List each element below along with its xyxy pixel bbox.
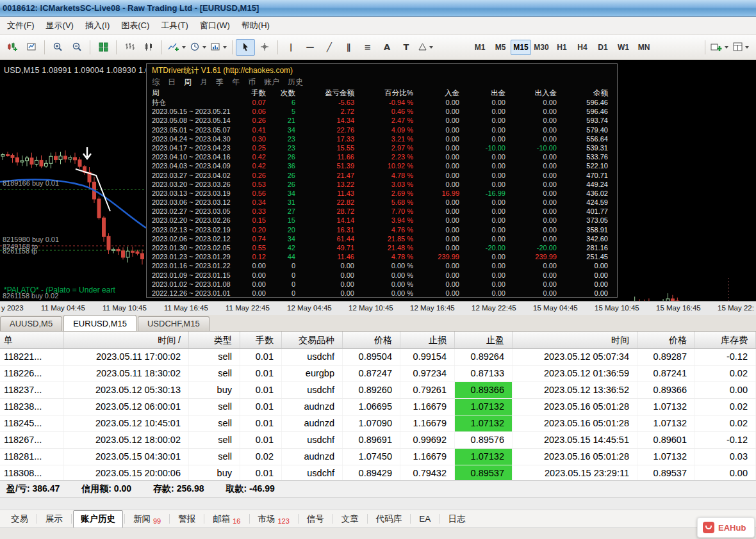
terminal-tab-4[interactable]: 警报 — [171, 511, 202, 527]
channel-button[interactable]: ∥ — [339, 39, 358, 56]
horizontal-line-button[interactable]: — — [300, 39, 320, 56]
history-cell-order: 118267... — [0, 432, 64, 448]
menu-item-5[interactable]: 窗口(W) — [194, 17, 236, 34]
history-col-header[interactable]: 价格 — [343, 332, 400, 348]
timeframe-h1[interactable]: H1 — [552, 40, 572, 55]
menu-item-6[interactable]: 帮助(H) — [236, 17, 275, 34]
title-bar[interactable]: 0018612: ICMarketsSC-Live08 - Raw Tradin… — [0, 0, 756, 17]
menu-item-1[interactable]: 显示(V) — [40, 17, 79, 34]
mtdriver-tab-4[interactable]: 季 — [216, 77, 224, 88]
history-row[interactable]: 118238...2023.05.12 06:00:01sell0.01audn… — [0, 399, 756, 415]
history-col-header[interactable]: 止损 — [400, 332, 455, 348]
chart-tab-0[interactable]: AUUSD,M5 — [0, 316, 62, 331]
mtdriver-cell: 470.71 — [566, 171, 617, 180]
mtdriver-tab-1[interactable]: 日 — [168, 77, 176, 88]
history-col-header[interactable]: 交易品种 — [282, 332, 343, 348]
mtdriver-cell: 2023.01.30 ~ 2023.02.05 — [147, 243, 243, 252]
history-row[interactable]: 118245...2023.05.12 10:45:01sell0.01audn… — [0, 415, 756, 432]
terminal-tab-7[interactable]: 信号 — [300, 511, 331, 527]
history-col-header[interactable]: 库存费 — [695, 332, 756, 348]
mtdriver-cell: 34 — [275, 189, 304, 198]
terminal-tab-8[interactable]: 文章 — [334, 511, 366, 527]
tile-windows-button[interactable] — [94, 39, 113, 56]
vertical-line-button[interactable]: | — [281, 39, 300, 56]
history-col-header[interactable]: 单 — [0, 332, 64, 348]
mtdriver-cell: 14.14 — [304, 216, 363, 225]
terminal-tab-2[interactable]: 账户历史 — [73, 510, 123, 528]
text-button[interactable]: A — [377, 39, 397, 56]
profiles-button[interactable] — [22, 39, 41, 56]
candlestick-chart-button[interactable] — [139, 39, 158, 56]
label-button[interactable]: T — [397, 39, 416, 56]
timeframe-m5[interactable]: M5 — [490, 40, 511, 55]
terminal-tab-11[interactable]: 日志 — [441, 511, 472, 527]
menu-item-0[interactable]: 文件(F) — [1, 17, 40, 34]
timeframe-d1[interactable]: D1 — [593, 40, 613, 55]
terminal-tab-6[interactable]: 市场123 — [251, 511, 297, 527]
history-col-header[interactable]: 时间 / — [64, 332, 189, 348]
time-axis[interactable]: y 202311 May 04:4511 May 10:4511 May 16:… — [0, 301, 756, 316]
chart-tab-2[interactable]: USDCHF,M15 — [138, 316, 210, 331]
eahub-card[interactable]: EAHub — [697, 517, 755, 538]
window-arrange-button[interactable] — [730, 39, 751, 56]
zoom-out-button[interactable] — [67, 39, 86, 56]
mtdriver-tab-7[interactable]: 账户 — [264, 77, 279, 88]
mtdriver-cell: 0.00 — [468, 134, 514, 143]
cursor-button[interactable] — [236, 39, 255, 56]
new-window-button[interactable] — [709, 39, 730, 56]
history-row[interactable]: 118281...2023.05.15 04:30:01sell0.02audn… — [0, 449, 756, 465]
menu-item-2[interactable]: 插入(I) — [79, 17, 115, 34]
history-col-header[interactable]: 止盈 — [455, 332, 513, 348]
terminal-tab-10[interactable]: EA — [412, 511, 438, 526]
mtdriver-tab-2[interactable]: 周 — [184, 77, 192, 88]
history-col-header[interactable]: 价格 — [637, 332, 695, 348]
timeframe-m30[interactable]: M30 — [531, 40, 552, 55]
timeframe-mn[interactable]: MN — [634, 40, 654, 55]
account-history-panel: 单时间 /类型手数交易品种价格止损止盈时间价格库存费 118221...2023… — [0, 332, 756, 480]
periods-button[interactable] — [188, 39, 208, 56]
chart-area[interactable]: USD,M15 1.08991 1.09004 1.08930 1.0 8189… — [0, 60, 756, 301]
mtdriver-panel[interactable]: MTDriver统计 V1.61 (http://chaokes.com) 综日… — [146, 63, 618, 298]
history-row[interactable]: 118221...2023.05.11 17:00:02sell0.01usdc… — [0, 349, 756, 366]
terminal-tab-0[interactable]: 交易 — [4, 511, 35, 527]
fibonacci-button[interactable]: ≡ — [358, 39, 377, 56]
indicators-button[interactable] — [165, 39, 188, 56]
mtdriver-tab-0[interactable]: 综 — [152, 77, 160, 88]
mtdriver-cell: 3.94 % — [363, 216, 422, 225]
mtdriver-cell: 21.48 % — [363, 243, 422, 252]
history-table-header[interactable]: 单时间 /类型手数交易品种价格止损止盈时间价格库存费 — [0, 332, 756, 349]
summary-item-0: 盈/亏: 386.47 — [6, 483, 60, 495]
new-chart-button[interactable] — [3, 39, 22, 56]
terminal-tab-9[interactable]: 代码库 — [369, 511, 409, 527]
terminal-tab-3[interactable]: 新闻99 — [126, 511, 168, 527]
mtdriver-tab-5[interactable]: 年 — [232, 77, 240, 88]
trendline-button[interactable]: ╱ — [320, 39, 339, 56]
mtdriver-cell: 11.66 — [304, 152, 363, 161]
menu-item-3[interactable]: 图表(C) — [115, 17, 155, 34]
mtdriver-cell: 0.00 — [514, 189, 566, 198]
mtdriver-tab-3[interactable]: 月 — [200, 77, 208, 88]
mtdriver-tab-6[interactable]: 币 — [248, 77, 256, 88]
templates-button[interactable] — [208, 39, 229, 56]
timeframe-w1[interactable]: W1 — [613, 40, 634, 55]
crosshair-button[interactable] — [255, 39, 274, 56]
history-row[interactable]: 118267...2023.05.12 18:00:02sell0.01usdc… — [0, 432, 756, 449]
timeframe-m15[interactable]: M15 — [511, 40, 531, 55]
bar-chart-button[interactable] — [120, 39, 139, 56]
terminal-tab-1[interactable]: 展示 — [38, 511, 70, 527]
history-col-header[interactable]: 手数 — [240, 332, 282, 348]
history-col-header[interactable]: 类型 — [189, 332, 240, 348]
shapes-button[interactable] — [416, 39, 435, 56]
mtdriver-tab-8[interactable]: 历史 — [288, 77, 303, 88]
menu-item-4[interactable]: 工具(T) — [155, 17, 194, 34]
chart-tab-1[interactable]: EURUSD,M15 — [63, 315, 136, 331]
timeframe-m1[interactable]: M1 — [470, 40, 490, 55]
zoom-in-button[interactable] — [48, 39, 67, 56]
history-col-header[interactable]: 时间 — [513, 332, 637, 348]
timeframe-h4[interactable]: H4 — [572, 40, 593, 55]
terminal-tab-5[interactable]: 邮箱16 — [206, 511, 247, 527]
mtdriver-cell: 28.72 — [304, 207, 363, 216]
time-axis-label: 15 May 10:45 — [595, 304, 639, 312]
history-row[interactable]: 118237...2023.05.12 05:30:13buy0.01usdch… — [0, 382, 756, 399]
history-row[interactable]: 118226...2023.05.11 18:30:02sell0.01eurg… — [0, 366, 756, 382]
